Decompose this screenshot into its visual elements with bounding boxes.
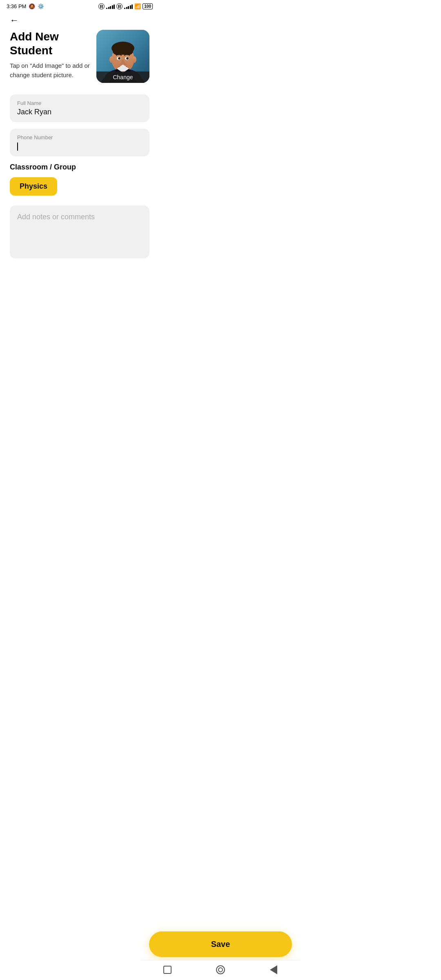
svg-point-12 <box>119 58 120 59</box>
svg-point-6 <box>113 47 122 55</box>
battery-indicator: 100 <box>143 3 153 9</box>
back-button[interactable]: ← <box>10 15 19 26</box>
page-title: Add New Student <box>10 30 90 57</box>
alarm-icon: 🔕 <box>29 3 35 9</box>
svg-point-7 <box>123 47 133 55</box>
phone-number-field[interactable]: Phone Number <box>10 129 149 156</box>
classroom-section: Classroom / Group Physics <box>10 163 149 196</box>
phone-label: Phone Number <box>17 134 142 140</box>
wifi-icon: 📶 <box>134 3 141 9</box>
physics-tag[interactable]: Physics <box>10 177 57 196</box>
r-badge-2: R <box>116 3 122 9</box>
settings-icon: ⚙️ <box>38 3 44 9</box>
full-name-value: Jack Ryan <box>17 108 142 116</box>
form-section: Full Name Jack Ryan Phone Number Classro… <box>10 94 149 258</box>
svg-point-15 <box>132 56 136 63</box>
phone-value <box>17 142 142 151</box>
notes-placeholder: Add notes or comments <box>17 213 142 221</box>
r-badge-1: R <box>98 3 105 9</box>
text-cursor <box>17 143 18 151</box>
header-text: Add New Student Tap on "Add Image" to ad… <box>10 30 96 80</box>
change-image-button[interactable]: Change <box>96 71 149 83</box>
svg-point-14 <box>109 56 114 63</box>
svg-point-13 <box>127 58 129 59</box>
signal-bars-2 <box>124 4 133 9</box>
classroom-label: Classroom / Group <box>10 163 149 172</box>
full-name-label: Full Name <box>17 100 142 106</box>
time-display: 3:36 PM <box>7 3 26 9</box>
notes-area[interactable]: Add notes or comments <box>10 205 149 258</box>
status-bar: 3:36 PM 🔕 ⚙️ R R 📶 100 <box>0 0 159 11</box>
status-left: 3:36 PM 🔕 ⚙️ <box>7 3 44 9</box>
main-content: ← Add New Student Tap on "Add Image" to … <box>0 11 159 317</box>
bottom-spacer <box>10 268 149 317</box>
avatar-container[interactable]: Change <box>96 30 149 83</box>
page-subtitle: Tap on "Add Image" to add or change stud… <box>10 61 90 80</box>
signal-bars-1 <box>106 4 115 9</box>
header-section: Add New Student Tap on "Add Image" to ad… <box>10 30 149 83</box>
full-name-field[interactable]: Full Name Jack Ryan <box>10 94 149 122</box>
status-right: R R 📶 100 <box>98 3 153 9</box>
